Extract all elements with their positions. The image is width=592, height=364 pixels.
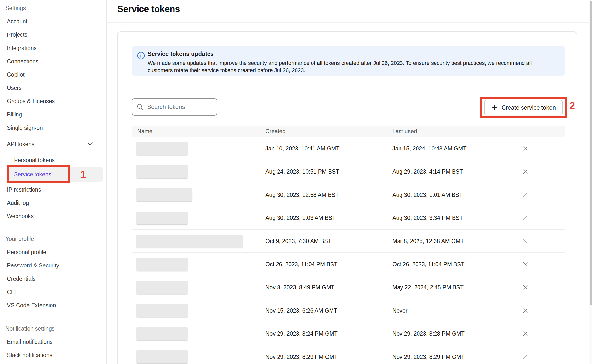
sidebar-section-header: Your profile (0, 232, 106, 246)
sidebar-item-label: Audit log (7, 200, 29, 206)
table-row: Oct 26, 2023, 11:04 PM BSTOct 26, 2023, … (132, 253, 565, 276)
delete-token-button[interactable] (521, 214, 530, 222)
x-icon (522, 331, 528, 337)
sidebar-section: Your profilePersonal profilePassword & S… (0, 232, 106, 312)
settings-sidebar: SettingsAccountProjectsIntegrationsConne… (0, 0, 107, 364)
sidebar-item-label: Service tokens (14, 167, 51, 182)
sidebar-section-header: Settings (0, 1, 106, 15)
search-input[interactable] (147, 103, 213, 110)
sidebar-item-label: Account (7, 18, 27, 25)
delete-token-button[interactable] (521, 306, 530, 315)
sidebar-item-label: Personal tokens (14, 157, 55, 163)
delete-token-button[interactable] (521, 330, 530, 338)
token-name-redacted (136, 235, 243, 248)
column-header-last-used: Last used (392, 128, 417, 135)
scrollbar-thumb[interactable] (590, 1, 592, 305)
token-last-used-date: Aug 30, 2023, 1:01 AM BST (392, 191, 463, 198)
table-row: Aug 30, 2023, 1:03 AM BSTAug 30, 2023, 3… (132, 206, 565, 230)
sidebar-item-label: Credentials (7, 276, 35, 282)
sidebar-item-account[interactable]: Account (0, 15, 106, 28)
token-last-used-date: Nov 29, 2023, 8:28 PM GMT (392, 330, 465, 337)
delete-token-button[interactable] (521, 144, 530, 153)
x-icon (522, 261, 528, 267)
token-created-date: Nov 29, 2023, 8:24 PM GMT (265, 330, 338, 337)
sidebar-item-label: Slack notifications (7, 352, 52, 358)
delete-token-button[interactable] (521, 353, 530, 361)
sidebar-section: Notification settingsEmail notifications… (0, 322, 106, 362)
create-service-token-label: Create service token (502, 104, 556, 111)
sidebar-item-users[interactable]: Users (0, 81, 106, 95)
token-last-used-date: Aug 29, 2023, 4:14 PM BST (392, 168, 463, 175)
token-last-used-date: Aug 30, 2023, 3:34 PM BST (392, 215, 463, 221)
table-row: Nov 29, 2023, 8:29 PM GMTNov 29, 2023, 8… (132, 345, 565, 364)
sidebar-item-service-tokens[interactable]: Service tokens1 (0, 167, 106, 182)
sidebar-item-vs-code-extension[interactable]: VS Code Extension (0, 299, 106, 312)
sidebar-item-password-security[interactable]: Password & Security (0, 259, 106, 272)
sidebar-item-integrations[interactable]: Integrations (0, 41, 106, 55)
scrollbar-track (589, 0, 592, 364)
sidebar-item-single-sign-on[interactable]: Single sign-on (0, 121, 106, 134)
table-row: Jan 10, 2023, 10:41 AM GMTJan 15, 2024, … (132, 137, 565, 160)
sidebar-item-label: API tokens (7, 141, 34, 147)
token-name-redacted (136, 212, 188, 224)
sidebar-item-groups-licenses[interactable]: Groups & Licenses (0, 95, 106, 108)
token-last-used-date: Oct 26, 2023, 11:04 PM BST (392, 261, 464, 267)
sidebar-item-label: Groups & Licenses (7, 98, 55, 104)
sidebar-item-personal-profile[interactable]: Personal profile (0, 246, 106, 259)
x-icon (522, 146, 528, 151)
sidebar-item-label: Users (7, 85, 22, 91)
token-name-redacted (136, 188, 192, 201)
sidebar-item-api-tokens[interactable]: API tokens (0, 137, 106, 151)
token-created-date: Aug 30, 2023, 1:03 AM BST (265, 215, 336, 221)
banner-title: Service tokens updates (148, 50, 557, 57)
delete-token-button[interactable] (521, 260, 530, 268)
column-header-created: Created (265, 128, 286, 135)
delete-token-button[interactable] (521, 283, 530, 292)
service-tokens-table: Name Created Last used Jan 10, 2023, 10:… (132, 126, 565, 364)
sidebar-item-credentials[interactable]: Credentials (0, 272, 106, 285)
sidebar-item-slack-notifications[interactable]: Slack notifications (0, 348, 106, 362)
x-icon (522, 169, 528, 175)
token-name-redacted (136, 142, 188, 155)
delete-token-button[interactable] (521, 167, 530, 176)
sidebar-item-label: VS Code Extension (7, 302, 56, 309)
sidebar-item-label: Copilot (7, 71, 25, 78)
magnifier-icon (136, 103, 144, 111)
service-tokens-panel: Service tokens updates We made some upda… (117, 31, 577, 364)
table-body: Jan 10, 2023, 10:41 AM GMTJan 15, 2024, … (132, 137, 565, 364)
create-service-token-button[interactable]: Create service token (484, 100, 563, 115)
x-icon (522, 215, 528, 221)
token-created-date: Jan 10, 2023, 10:41 AM GMT (265, 145, 339, 152)
token-name-redacted (136, 350, 188, 363)
delete-token-button[interactable] (521, 237, 530, 245)
sidebar-item-billing[interactable]: Billing (0, 108, 106, 121)
token-name-redacted (136, 258, 188, 271)
search-box[interactable] (132, 98, 217, 116)
sidebar-item-label: Email notifications (7, 339, 52, 345)
sidebar-item-email-notifications[interactable]: Email notifications (0, 335, 106, 348)
sidebar-item-personal-tokens[interactable]: Personal tokens (0, 153, 106, 167)
sidebar-item-label: IP restrictions (7, 186, 41, 193)
token-name-redacted (136, 327, 188, 340)
token-name-redacted (136, 165, 188, 178)
x-icon (522, 238, 528, 244)
x-icon (522, 354, 528, 360)
sidebar-item-audit-log[interactable]: Audit log (0, 196, 106, 210)
table-row: Nov 15, 2023, 6:26 AM GMTNever (132, 299, 565, 322)
sidebar-item-label: CLI (7, 289, 16, 295)
sidebar-item-projects[interactable]: Projects (0, 28, 106, 41)
page-title: Service tokens (117, 4, 180, 14)
sidebar-item-webhooks[interactable]: Webhooks (0, 210, 106, 223)
sidebar-item-connections[interactable]: Connections (0, 55, 106, 68)
plus-icon (491, 104, 498, 111)
sidebar-section-header: Notification settings (0, 322, 106, 335)
token-last-used-date: Nov 29, 2023, 8:29 PM GMT (392, 353, 465, 360)
token-last-used-date: Mar 8, 2025, 12:38 AM GMT (392, 238, 464, 244)
table-row: Aug 30, 2023, 12:58 AM BSTAug 30, 2023, … (132, 183, 565, 206)
delete-token-button[interactable] (521, 191, 530, 199)
table-header-row: Name Created Last used (132, 126, 565, 137)
sidebar-section: SettingsAccountProjectsIntegrationsConne… (0, 1, 106, 223)
sidebar-item-ip-restrictions[interactable]: IP restrictions (0, 183, 106, 196)
sidebar-item-cli[interactable]: CLI (0, 285, 106, 299)
sidebar-item-copilot[interactable]: Copilot (0, 68, 106, 81)
